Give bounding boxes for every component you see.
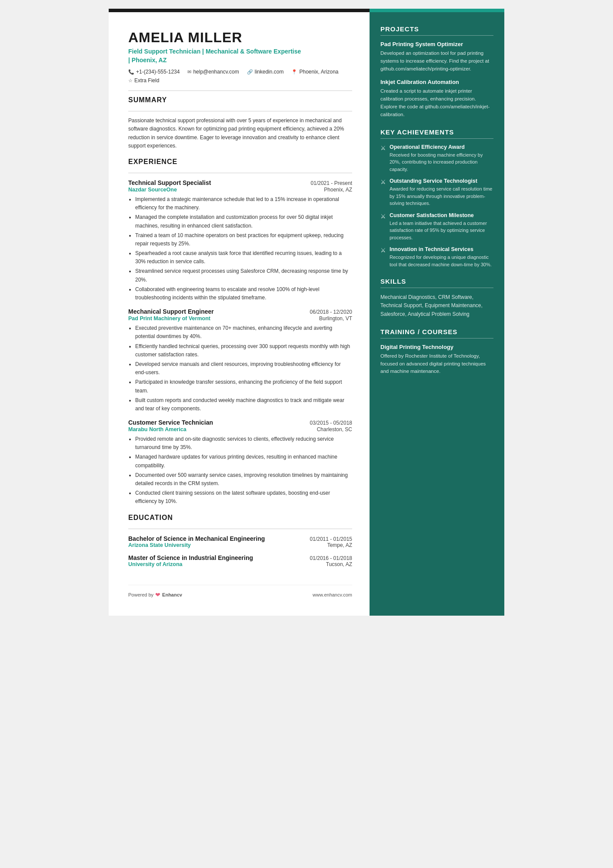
achievement-desc-4: Recognized for developing a unique diagn… [390, 254, 493, 268]
resume-wrapper: AMELIA MILLER Field Support Technician |… [109, 9, 504, 616]
job-location-3: Charleston, SC [317, 426, 352, 432]
project-1: Pad Printing System Optimizer Developed … [380, 41, 493, 73]
job-dates-1: 01/2021 - Present [311, 180, 352, 186]
training-item-title-1: Digital Printing Technology [380, 344, 493, 350]
project-title-1: Pad Printing System Optimizer [380, 41, 493, 47]
job-2: Mechanical Support Engineer 06/2018 - 12… [128, 308, 352, 413]
project-title-2: Inkjet Calibration Automation [380, 79, 493, 85]
edu-degree-2: Master of Science in Industrial Engineer… [128, 554, 253, 561]
edu-dates-2: 01/2016 - 01/2018 [310, 555, 352, 561]
bullet-item: Developed service manuals and client res… [135, 360, 352, 377]
bullet-item: Streamlined service request processes us… [135, 267, 352, 284]
edu-dates-1: 01/2011 - 01/2015 [310, 536, 352, 542]
project-desc-2: Created a script to automate inkjet prin… [380, 87, 493, 118]
bullet-item: Executed preventive maintenance on 70+ m… [135, 324, 352, 341]
footer: Powered by ❤ Enhancv www.enhancv.com [128, 585, 352, 598]
bullet-item: Built custom reports and conducted weekl… [135, 396, 352, 413]
projects-title: PROJECTS [380, 25, 493, 33]
edu-school-1: Arizona State University [128, 542, 191, 548]
linkedin-contact: 🔗 linkedin.com [247, 69, 284, 75]
job-location-1: Phoenix, AZ [324, 187, 352, 193]
achievement-2: ⚔ Outstanding Service Technologist Award… [380, 178, 493, 207]
job-3: Customer Service Technician 03/2015 - 05… [128, 419, 352, 506]
bullet-item: Trained a team of 10 machine operators o… [135, 231, 352, 248]
achievement-icon-4: ⚔ [380, 247, 386, 268]
bullet-item: Spearheaded a root cause analysis task f… [135, 249, 352, 266]
company-name-3: Marabu North America [128, 426, 187, 432]
job-dates-2: 06/2018 - 12/2020 [310, 309, 352, 315]
job-title-3: Customer Service Technician [128, 419, 213, 426]
candidate-name: AMELIA MILLER [128, 30, 352, 46]
location-contact: 📍 Phoenix, Arizona [291, 69, 338, 75]
job-bullets-3: Provided remote and on-site diagnostic s… [128, 435, 352, 506]
education-section: EDUCATION Bachelor of Science in Mechani… [128, 514, 352, 567]
email-contact: ✉ help@enhancv.com [187, 69, 239, 75]
heart-icon: ❤ [155, 591, 160, 598]
company-name-1: Nazdar SourceOne [128, 187, 177, 193]
experience-section: EXPERIENCE Technical Support Specialist … [128, 158, 352, 506]
bullet-item: Participated in knowledge transfer sessi… [135, 378, 352, 395]
achievement-title-1: Operational Efficiency Award [390, 144, 493, 150]
achievement-icon-1: ⚔ [380, 144, 386, 173]
bullet-item: Managed the complete installation and cu… [135, 213, 352, 230]
extra-field-contact: ☆ Extra Field [128, 77, 159, 84]
job-1: Technical Support Specialist 01/2021 - P… [128, 179, 352, 302]
achievements-title: KEY ACHIEVEMENTS [380, 128, 493, 136]
email-icon: ✉ [187, 69, 191, 75]
skills-title: SKILLS [380, 278, 493, 285]
achievement-icon-2: ⚔ [380, 178, 386, 207]
left-column: AMELIA MILLER Field Support Technician |… [109, 12, 370, 616]
job-title-2: Mechanical Support Engineer [128, 308, 214, 315]
job-bullets-1: Implemented a strategic maintenance sche… [128, 195, 352, 302]
bullet-item: Collaborated with engineering teams to e… [135, 285, 352, 302]
skills-text: Mechanical Diagnostics, CRM Software, Te… [380, 293, 493, 318]
achievement-desc-2: Awarded for reducing service call resolu… [390, 185, 493, 207]
bullet-item: Documented over 500 warranty service cas… [135, 471, 352, 488]
achievement-icon-3: ⚔ [380, 213, 386, 241]
edu-degree-1: Bachelor of Science in Mechanical Engine… [128, 535, 265, 542]
project-desc-1: Developed an optimization tool for pad p… [380, 50, 493, 73]
edu-location-2: Tucson, AZ [326, 561, 352, 567]
phone-contact: 📞 +1-(234)-555-1234 [128, 69, 180, 75]
job-bullets-2: Executed preventive maintenance on 70+ m… [128, 324, 352, 413]
main-content: AMELIA MILLER Field Support Technician |… [109, 12, 504, 616]
education-1: Bachelor of Science in Mechanical Engine… [128, 535, 352, 548]
location-icon: 📍 [291, 69, 297, 75]
summary-text: Passionate technical support professiona… [128, 117, 352, 150]
company-name-2: Pad Print Machinery of Vermont [128, 315, 210, 322]
achievement-3: ⚔ Customer Satisfaction Milestone Led a … [380, 212, 493, 241]
edu-location-1: Tempe, AZ [327, 542, 352, 548]
training-item-desc-1: Offered by Rochester Institute of Techno… [380, 352, 493, 375]
summary-title: SUMMARY [128, 96, 352, 104]
right-column: PROJECTS Pad Printing System Optimizer D… [370, 12, 504, 616]
summary-section: SUMMARY Passionate technical support pro… [128, 96, 352, 150]
bullet-item: Conducted client training sessions on th… [135, 489, 352, 506]
job-dates-3: 03/2015 - 05/2018 [310, 420, 352, 426]
candidate-title: Field Support Technician | Mechanical & … [128, 47, 352, 64]
training-1: Digital Printing Technology Offered by R… [380, 344, 493, 375]
bullet-item: Implemented a strategic maintenance sche… [135, 195, 352, 212]
achievement-title-4: Innovation in Technical Services [390, 246, 493, 252]
training-title: TRAINING / COURSES [380, 328, 493, 335]
experience-title: EXPERIENCE [128, 158, 352, 166]
projects-section: PROJECTS Pad Printing System Optimizer D… [380, 25, 493, 119]
job-location-2: Burlington, VT [319, 315, 352, 322]
achievement-title-2: Outstanding Service Technologist [390, 178, 493, 184]
skills-section: SKILLS Mechanical Diagnostics, CRM Softw… [380, 278, 493, 318]
job-title-1: Technical Support Specialist [128, 179, 211, 186]
contact-row: 📞 +1-(234)-555-1234 ✉ help@enhancv.com 🔗… [128, 69, 352, 84]
training-section: TRAINING / COURSES Digital Printing Tech… [380, 328, 493, 375]
education-title: EDUCATION [128, 514, 352, 522]
bullet-item: Managed hardware updates for various pri… [135, 453, 352, 469]
header-section: AMELIA MILLER Field Support Technician |… [128, 30, 352, 84]
achievement-4: ⚔ Innovation in Technical Services Recog… [380, 246, 493, 268]
bullet-item: Provided remote and on-site diagnostic s… [135, 435, 352, 452]
star-icon: ☆ [128, 78, 133, 84]
project-2: Inkjet Calibration Automation Created a … [380, 79, 493, 118]
footer-website: www.enhancv.com [313, 592, 352, 597]
bullet-item: Efficiently handled technical queries, p… [135, 342, 352, 359]
achievement-desc-3: Led a team initiative that achieved a cu… [390, 220, 493, 241]
achievement-1: ⚔ Operational Efficiency Award Received … [380, 144, 493, 173]
linkedin-icon: 🔗 [247, 69, 253, 75]
phone-icon: 📞 [128, 69, 134, 75]
